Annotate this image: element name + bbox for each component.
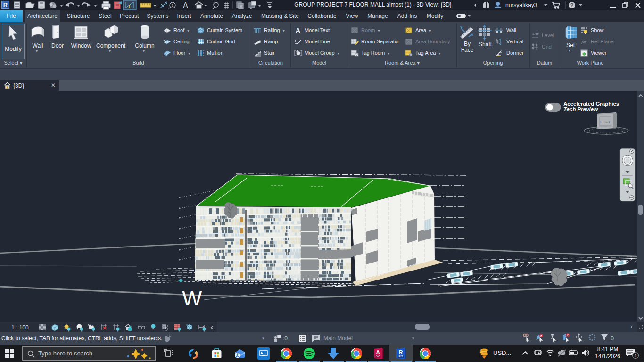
svg-text:RVT: RVT: [399, 355, 403, 358]
svg-text:?: ?: [570, 2, 574, 8]
svg-text:LEFT: LEFT: [600, 120, 611, 124]
svg-text:A: A: [376, 349, 380, 356]
svg-text:A: A: [296, 27, 301, 34]
svg-text::0: :0: [609, 335, 614, 342]
svg-text:Accelerated Graphics: Accelerated Graphics: [563, 101, 619, 107]
svg-text:R: R: [399, 349, 403, 356]
svg-text:Tech Preview: Tech Preview: [563, 107, 598, 112]
svg-text:nursyafikay3: nursyafikay3: [505, 2, 537, 8]
svg-text:CAD: CAD: [376, 355, 380, 358]
svg-text:W: W: [182, 286, 202, 310]
svg-text:1: 1: [634, 354, 636, 358]
svg-text:@: @: [409, 53, 412, 56]
